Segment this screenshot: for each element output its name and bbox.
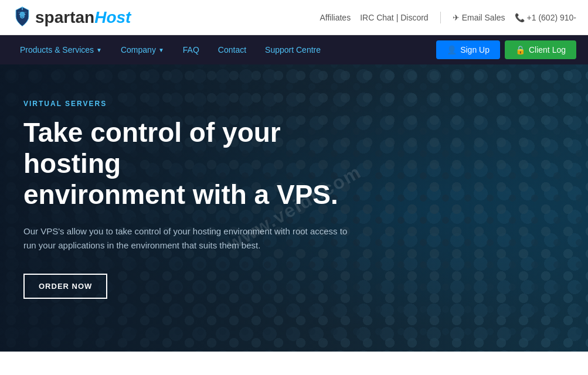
nav-support[interactable]: Support Centre	[257, 35, 329, 64]
nav-buttons: 👤 Sign Up 🔒 Client Log	[436, 40, 576, 59]
email-sales: ✈ Email Sales	[453, 13, 505, 22]
top-bar: spartanHost Affiliates IRC Chat | Discor…	[0, 0, 588, 35]
logo-icon	[12, 6, 33, 29]
hero-section: www.veidt.com VIRTUAL SERVERS Take contr…	[0, 64, 588, 352]
nav-faq[interactable]: FAQ	[175, 35, 208, 64]
nav-company[interactable]: Company ▼	[113, 35, 172, 64]
order-now-button[interactable]: ORDER NOW	[23, 274, 107, 299]
nav-products-services[interactable]: Products & Services ▼	[12, 35, 110, 64]
divider	[440, 12, 441, 23]
lock-icon: 🔒	[515, 45, 525, 54]
user-icon: 👤	[447, 45, 457, 54]
phone-icon: 📞	[515, 13, 525, 22]
logo-text: spartanHost	[35, 9, 131, 26]
hero-description: Our VPS's allow you to take control of y…	[23, 224, 352, 253]
email-icon: ✈	[453, 13, 460, 22]
logo[interactable]: spartanHost	[12, 6, 131, 29]
chevron-down-icon: ▼	[96, 47, 102, 53]
chevron-down-icon: ▼	[158, 47, 164, 53]
irc-discord-link[interactable]: IRC Chat | Discord	[360, 13, 428, 22]
client-login-button[interactable]: 🔒 Client Log	[505, 40, 576, 59]
hero-content: VIRTUAL SERVERS Take control of your hos…	[0, 64, 399, 334]
hero-title: Take control of your hosting environment…	[23, 117, 375, 210]
signup-button[interactable]: 👤 Sign Up	[436, 40, 500, 59]
top-links: Affiliates IRC Chat | Discord ✈ Email Sa…	[320, 12, 577, 23]
nav-contact[interactable]: Contact	[210, 35, 254, 64]
phone-sales: 📞 +1 (602) 910-	[515, 13, 576, 22]
top-contact: ✈ Email Sales 📞 +1 (602) 910-	[453, 13, 576, 22]
nav-links: Products & Services ▼ Company ▼ FAQ Cont…	[12, 35, 329, 64]
hero-label: VIRTUAL SERVERS	[23, 100, 375, 108]
affiliates-link[interactable]: Affiliates	[320, 13, 351, 22]
nav-bar: Products & Services ▼ Company ▼ FAQ Cont…	[0, 35, 588, 64]
